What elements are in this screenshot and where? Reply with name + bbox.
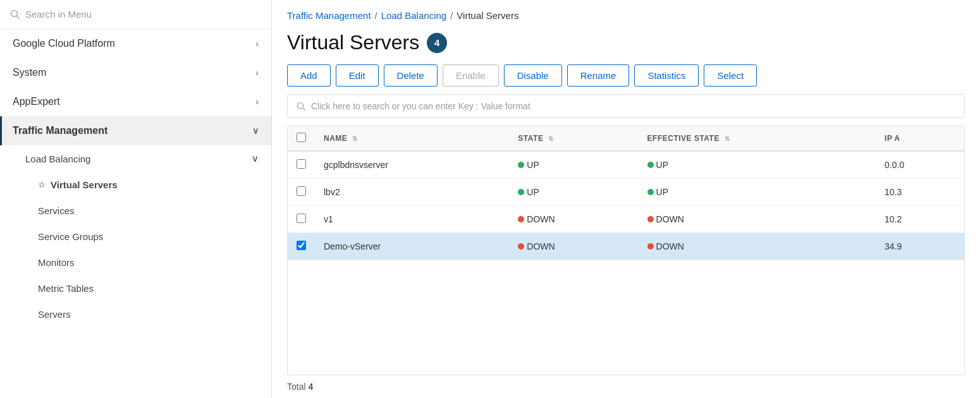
- row-checkbox[interactable]: [297, 214, 306, 223]
- chevron-right-icon: ›: [255, 68, 259, 78]
- sidebar-item-label: System: [13, 67, 46, 78]
- row-state: UP: [509, 179, 638, 206]
- sidebar-sub-traffic-management: Load Balancing ∨ ☆ Virtual Servers Servi…: [0, 145, 271, 327]
- sidebar-item-label: Service Groups: [38, 231, 103, 242]
- row-name: gcplbdnsvserver: [315, 151, 509, 179]
- row-effective-state: DOWN: [639, 233, 876, 260]
- col-state-label: STATE: [518, 134, 543, 143]
- sidebar-item-monitors[interactable]: Monitors: [38, 250, 271, 275]
- page-header: Virtual Servers 4: [272, 26, 980, 64]
- table-row: v1DOWNDOWN10.2: [288, 206, 964, 233]
- toolbar: Add Edit Delete Enable Disable Rename St…: [272, 64, 980, 94]
- table-row: Demo-vServerDOWNDOWN34.9: [288, 233, 964, 260]
- col-effective-state[interactable]: EFFECTIVE STATE ⇅: [639, 126, 876, 151]
- footer-label: Total: [287, 382, 306, 392]
- chevron-right-icon: ›: [255, 97, 259, 107]
- table-header-row: NAME ⇅ STATE ⇅ EFFECTIVE STATE ⇅ IP A: [288, 126, 964, 151]
- state-dot-icon: [518, 162, 524, 168]
- row-checkbox[interactable]: [297, 159, 306, 169]
- sidebar-item-services[interactable]: Services: [38, 198, 271, 224]
- sidebar: Search in Menu Google Cloud Platform › S…: [0, 0, 272, 398]
- breadcrumb-traffic-management[interactable]: Traffic Management: [287, 10, 371, 21]
- svg-line-1: [17, 16, 20, 18]
- row-ip: 0.0.0: [876, 151, 964, 179]
- row-checkbox[interactable]: [297, 186, 306, 196]
- col-ip: IP A: [876, 126, 964, 151]
- state-dot-icon: [518, 189, 524, 195]
- main-content: Traffic Management / Load Balancing / Vi…: [272, 0, 980, 398]
- row-state: UP: [509, 151, 638, 179]
- col-effective-state-label: EFFECTIVE STATE: [647, 134, 720, 143]
- effective-state-dot-icon: [647, 216, 654, 222]
- effective-state-dot-icon: [647, 162, 654, 168]
- sidebar-search-placeholder: Search in Menu: [25, 9, 92, 20]
- sidebar-item-label: Metric Tables: [38, 283, 94, 294]
- row-ip: 10.3: [876, 179, 964, 206]
- sidebar-item-label: Servers: [38, 309, 71, 320]
- sidebar-search[interactable]: Search in Menu: [0, 0, 271, 29]
- sidebar-item-label: AppExpert: [13, 96, 60, 107]
- row-ip: 10.2: [876, 206, 964, 233]
- sidebar-item-load-balancing[interactable]: Load Balancing ∨: [25, 145, 271, 172]
- virtual-servers-table: NAME ⇅ STATE ⇅ EFFECTIVE STATE ⇅ IP A: [287, 126, 965, 375]
- row-checkbox[interactable]: [297, 241, 306, 250]
- sidebar-item-traffic-management[interactable]: Traffic Management ∨: [0, 116, 271, 145]
- enable-button[interactable]: Enable: [443, 64, 499, 87]
- sidebar-item-label: Traffic Management: [13, 125, 107, 136]
- sidebar-item-label: Services: [38, 205, 75, 216]
- sidebar-item-servers[interactable]: Servers: [38, 301, 271, 327]
- state-dot-icon: [518, 243, 524, 250]
- breadcrumb-load-balancing[interactable]: Load Balancing: [381, 10, 446, 21]
- breadcrumb: Traffic Management / Load Balancing / Vi…: [272, 0, 980, 26]
- sidebar-item-label: Load Balancing: [25, 154, 90, 164]
- row-checkbox-cell: [288, 233, 315, 260]
- sort-arrows-effective-state: ⇅: [725, 135, 730, 142]
- search-placeholder: Click here to search or you can enter Ke…: [311, 101, 530, 111]
- delete-button[interactable]: Delete: [384, 64, 438, 87]
- sidebar-item-label: Virtual Servers: [51, 179, 118, 190]
- sidebar-item-virtual-servers[interactable]: ☆ Virtual Servers: [38, 172, 271, 198]
- col-name[interactable]: NAME ⇅: [315, 126, 509, 151]
- sidebar-sub-load-balancing: ☆ Virtual Servers Services Service Group…: [25, 172, 271, 327]
- row-checkbox-cell: [288, 206, 315, 233]
- edit-button[interactable]: Edit: [336, 64, 379, 87]
- select-button[interactable]: Select: [704, 64, 757, 87]
- breadcrumb-sep-1: /: [375, 10, 377, 21]
- sort-arrows-name: ⇅: [352, 135, 358, 142]
- row-name: Demo-vServer: [315, 233, 509, 260]
- row-ip: 34.9: [876, 233, 964, 260]
- table-row: gcplbdnsvserverUPUP0.0.0: [288, 151, 964, 179]
- disable-button[interactable]: Disable: [504, 64, 562, 87]
- search-icon: [297, 102, 306, 111]
- breadcrumb-sep-2: /: [450, 10, 453, 21]
- add-button[interactable]: Add: [287, 64, 331, 87]
- statistics-button[interactable]: Statistics: [634, 64, 699, 87]
- row-state: DOWN: [509, 206, 638, 233]
- table-search-bar[interactable]: Click here to search or you can enter Ke…: [287, 94, 965, 118]
- sidebar-item-label: Monitors: [38, 257, 75, 268]
- sidebar-item-service-groups[interactable]: Service Groups: [38, 224, 271, 250]
- select-all-checkbox[interactable]: [297, 133, 306, 142]
- effective-state-dot-icon: [647, 243, 654, 250]
- page-title: Virtual Servers: [287, 31, 419, 54]
- breadcrumb-current: Virtual Servers: [456, 10, 518, 21]
- effective-state-dot-icon: [647, 189, 654, 195]
- col-checkbox: [288, 126, 315, 151]
- footer-count: 4: [309, 382, 314, 392]
- col-state[interactable]: STATE ⇅: [509, 126, 638, 151]
- row-effective-state: UP: [639, 151, 876, 179]
- rename-button[interactable]: Rename: [567, 64, 630, 87]
- row-checkbox-cell: [288, 151, 315, 179]
- sidebar-item-metric-tables[interactable]: Metric Tables: [38, 275, 271, 301]
- chevron-down-icon: ∨: [252, 126, 259, 136]
- chevron-down-icon: ∨: [252, 153, 259, 164]
- row-checkbox-cell: [288, 179, 315, 206]
- chevron-right-icon: ›: [255, 39, 259, 49]
- sidebar-item-system[interactable]: System ›: [0, 58, 271, 87]
- search-icon: [10, 9, 20, 20]
- sidebar-item-appexpert[interactable]: AppExpert ›: [0, 87, 271, 116]
- svg-line-3: [303, 107, 305, 110]
- star-icon: ☆: [38, 180, 46, 190]
- sidebar-item-google-cloud-platform[interactable]: Google Cloud Platform ›: [0, 29, 271, 58]
- sidebar-item-label: Google Cloud Platform: [13, 38, 115, 49]
